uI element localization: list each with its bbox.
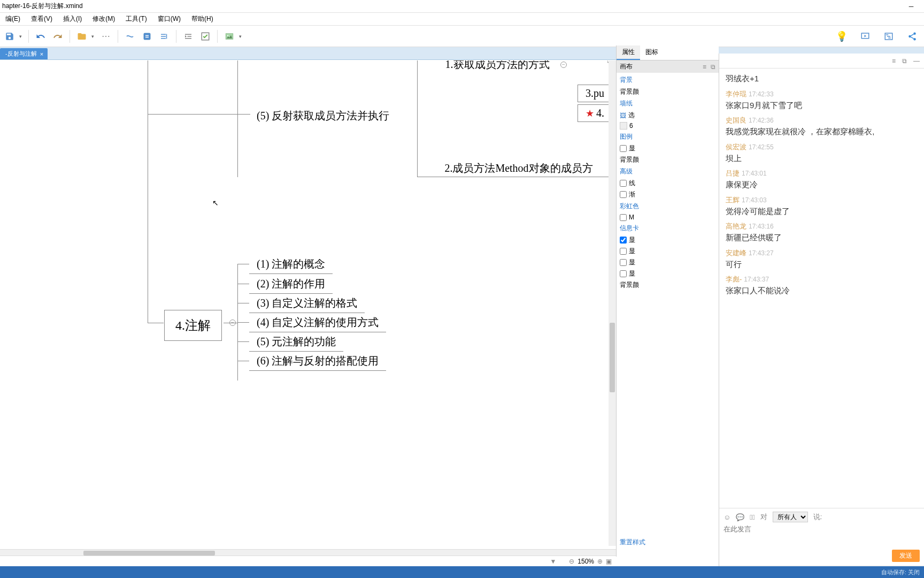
- svg-rect-8: [888, 37, 891, 39]
- checkbox-show1[interactable]: [620, 237, 627, 244]
- mind-node[interactable]: 3.pu: [578, 85, 612, 102]
- menu-modify[interactable]: 修改(M): [87, 13, 120, 25]
- chat-message: 王辉17:43:03 觉得冷可能是虚了: [726, 194, 918, 218]
- menu-icon[interactable]: ≡: [892, 57, 896, 65]
- folder-button[interactable]: [74, 29, 89, 44]
- chat-message: 安建峰17:43:27 可行: [726, 247, 918, 271]
- indent-button[interactable]: [181, 29, 196, 44]
- file-tab-active[interactable]: -反射与注解 ×: [0, 48, 48, 59]
- checkbox-show2[interactable]: [620, 248, 627, 255]
- svg-rect-7: [887, 36, 890, 37]
- close-icon[interactable]: —: [913, 57, 920, 65]
- filter-icon[interactable]: ▼: [550, 558, 556, 565]
- minimize-button[interactable]: ─: [900, 1, 922, 12]
- image-picker-icon[interactable]: 🖼: [620, 112, 626, 119]
- scrollbar-thumb[interactable]: [610, 323, 615, 392]
- popout-icon[interactable]: ⧉: [902, 57, 907, 65]
- mind-node-starred[interactable]: ★4.: [578, 104, 612, 122]
- share-button[interactable]: [905, 29, 920, 44]
- checkbox-show4[interactable]: [620, 270, 627, 277]
- scrollbar-thumb[interactable]: [83, 551, 215, 556]
- mind-node[interactable]: (2) 注解的作用: [249, 275, 333, 294]
- checkbox-gradient[interactable]: [620, 191, 627, 198]
- undo-button[interactable]: [33, 29, 48, 44]
- image-icon: [225, 32, 234, 41]
- more-button[interactable]: ⋯: [98, 29, 113, 44]
- svg-rect-0: [144, 33, 150, 40]
- chat-message: 高艳龙17:43:16 新疆已经供暖了: [726, 220, 918, 244]
- checkbox-multi[interactable]: [620, 214, 627, 221]
- collapse-toggle[interactable]: −: [560, 62, 567, 68]
- fit-button[interactable]: ▣: [606, 558, 612, 565]
- emoji-icon[interactable]: ☺: [723, 513, 730, 521]
- section-rainbow: 彩虹色: [620, 200, 715, 212]
- checkbox-show3[interactable]: [620, 259, 627, 266]
- mind-node[interactable]: (1) 注解的概念: [249, 255, 333, 274]
- menu-edit[interactable]: 编(E): [0, 13, 26, 25]
- expand-icon[interactable]: ⧉: [711, 63, 715, 71]
- section-canvas: 画布: [620, 62, 633, 71]
- send-button[interactable]: 发送: [892, 550, 920, 562]
- canvas-area[interactable]: 1.获取成员方法的方式 − 3.pu ★4. (5) 反射获取成员方法并执行 2…: [0, 60, 616, 546]
- zoom-in-button[interactable]: ⊕: [597, 558, 603, 565]
- close-icon[interactable]: ×: [40, 51, 43, 57]
- idea-button[interactable]: 💡: [834, 29, 849, 44]
- indent-icon: [183, 32, 193, 41]
- section-background: 背景: [620, 74, 715, 86]
- mind-node[interactable]: 2.成员方法Method对象的成员方: [428, 159, 610, 178]
- image-button[interactable]: [222, 29, 237, 44]
- menu-help[interactable]: 帮助(H): [186, 13, 219, 25]
- chat-messages[interactable]: 羽绒衣+1 李仲琨17:42:33 张家口9月就下雪了吧 史国良17:42:36…: [719, 69, 924, 508]
- zoom-out-button[interactable]: ⊖: [569, 558, 574, 565]
- undo-icon: [36, 32, 45, 41]
- mind-node[interactable]: (3) 自定义注解的格式: [249, 294, 365, 313]
- menu-tools[interactable]: 工具(T): [120, 13, 152, 25]
- chat-input-area: ☺ 💬 ✎⃞ 对 所有人 说: 发送: [719, 508, 924, 565]
- save-button[interactable]: [2, 29, 17, 44]
- tab-properties[interactable]: 属性: [617, 45, 640, 60]
- tab-icons[interactable]: 图标: [640, 45, 664, 60]
- chat-message: 史国良17:42:36 我感觉我家现在就很冷 ，在家都穿棉睡衣,: [726, 115, 918, 138]
- summary-button[interactable]: [157, 29, 172, 44]
- chat-bubble-icon[interactable]: 💬: [736, 513, 744, 521]
- star-icon: ★: [586, 108, 594, 119]
- mind-node[interactable]: (6) 注解与反射的搭配使用: [249, 352, 386, 371]
- checkbox-line[interactable]: [620, 180, 627, 187]
- boundary-button[interactable]: [140, 29, 155, 44]
- recipient-select[interactable]: 所有人: [773, 512, 808, 522]
- mind-node[interactable]: (5) 反射获取成员方法并执行: [249, 107, 397, 125]
- svg-point-10: [908, 35, 911, 37]
- dropdown-arrow-icon[interactable]: ▾: [237, 34, 244, 39]
- dropdown-arrow-icon[interactable]: ▾: [89, 34, 96, 39]
- autosave-status: 自动保存: 关闭: [881, 568, 920, 576]
- gantt-button[interactable]: [881, 29, 896, 44]
- reset-style-link[interactable]: 重置样式: [617, 535, 649, 550]
- relationship-icon: [125, 32, 135, 41]
- mind-node[interactable]: (5) 元注解的功能: [249, 332, 343, 352]
- chat-input[interactable]: [723, 524, 920, 548]
- section-wallpaper: 墙纸: [620, 97, 715, 110]
- cursor-icon: ↖: [212, 199, 219, 207]
- mind-node-main[interactable]: 4.注解: [164, 310, 222, 341]
- menu-window[interactable]: 窗口(W): [152, 13, 186, 25]
- properties-tabs: 属性 图标: [617, 45, 719, 60]
- mind-node[interactable]: 1.获取成员方法的方式: [428, 60, 567, 74]
- link-button[interactable]: [122, 29, 137, 44]
- screenshot-icon[interactable]: ✎⃞: [750, 513, 755, 521]
- menu-view[interactable]: 查看(V): [26, 13, 58, 25]
- menu-icon[interactable]: ≡: [703, 63, 706, 71]
- chat-message: 羽绒衣+1: [726, 73, 918, 85]
- mind-node[interactable]: (4) 自定义注解的使用方式: [249, 313, 386, 332]
- presentation-button[interactable]: [858, 29, 873, 44]
- dropdown-arrow-icon[interactable]: ▾: [17, 34, 24, 39]
- toolbar: ▾ ▾ ⋯ ▾ 💡: [0, 26, 924, 47]
- menu-insert[interactable]: 插入(I): [58, 13, 87, 25]
- checkbox-show-legend[interactable]: [620, 145, 627, 152]
- properties-panel: 属性 图标 画布 ≡ ⧉ 背景 背景颜 墙纸 🖼选 6 图例 显 背景颜 高级 …: [616, 45, 719, 557]
- summary-icon: [159, 32, 169, 41]
- checkbox-button[interactable]: [198, 29, 213, 44]
- vertical-scrollbar[interactable]: [609, 60, 616, 546]
- redo-icon: [53, 32, 63, 41]
- svg-point-3: [227, 35, 228, 36]
- redo-button[interactable]: [50, 29, 65, 44]
